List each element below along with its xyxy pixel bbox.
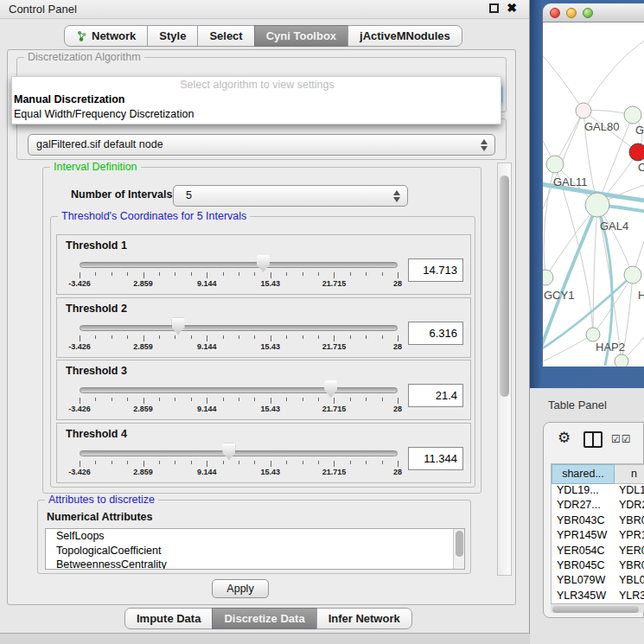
attributes-list-scrollbar[interactable] bbox=[453, 529, 464, 569]
node-label: HAP2 bbox=[596, 341, 625, 354]
number-of-intervals-combobox[interactable]: 5 bbox=[173, 185, 408, 207]
tab-cyni-toolbox[interactable]: Cyni Toolbox bbox=[254, 25, 348, 47]
table-panel: ⚙︎ ☑☑ shared... n YDL19...YDL1YDR27...YD… bbox=[543, 422, 644, 618]
combo-spinner-icon bbox=[393, 189, 401, 203]
network-node[interactable] bbox=[615, 354, 628, 367]
tab-infer-network[interactable]: Infer Network bbox=[316, 608, 412, 629]
close-traffic-light-icon[interactable] bbox=[550, 8, 560, 18]
tab-impute-data[interactable]: Impute Data bbox=[124, 608, 213, 629]
top-tab-bar: Network Style Select Cyni Toolbox jActiv… bbox=[64, 25, 462, 47]
cell-shared-name: YBR045C bbox=[552, 559, 615, 574]
table-horizontal-scrollbar[interactable] bbox=[551, 603, 644, 613]
slider-thumb[interactable] bbox=[222, 443, 235, 461]
threshold-label: Threshold 4 bbox=[66, 428, 127, 440]
slider-ticks bbox=[80, 335, 399, 342]
network-node[interactable] bbox=[624, 266, 641, 284]
table-row[interactable]: YLR345WYLR3 bbox=[552, 590, 644, 603]
tab-select[interactable]: Select bbox=[197, 25, 254, 47]
attributes-to-discretize-group: Attributes to discretize Numerical Attri… bbox=[37, 500, 471, 574]
table-row[interactable]: YER054CYER0 bbox=[552, 545, 644, 559]
network-node[interactable] bbox=[576, 103, 591, 118]
threshold-value-field[interactable]: 6.316 bbox=[408, 322, 463, 345]
network-edge[interactable] bbox=[593, 205, 597, 335]
table-row[interactable]: YBL079WYBL0 bbox=[552, 574, 644, 589]
gear-icon[interactable]: ⚙︎ bbox=[558, 429, 571, 447]
threshold-value-field[interactable]: 14.713 bbox=[408, 258, 463, 282]
attribute-item[interactable]: SelfLoops bbox=[46, 529, 464, 544]
cyni-toolbox-panel: Discretization Algorithm Select algorith… bbox=[7, 49, 516, 605]
control-panel-window: Control Panel ✖ Network Style Select Cyn… bbox=[0, 0, 530, 634]
cell-shared-name: YPR145W bbox=[552, 529, 615, 544]
tab-style[interactable]: Style bbox=[147, 25, 198, 47]
attribute-item[interactable]: BetweennessCentrality bbox=[46, 558, 464, 570]
table-data-combobox[interactable]: galFiltered.sif default node bbox=[28, 134, 495, 156]
cell-shared-name: YDR27... bbox=[552, 499, 615, 513]
network-node[interactable] bbox=[546, 156, 564, 173]
slider-ticks bbox=[80, 272, 399, 279]
settings-vertical-scrollbar[interactable] bbox=[497, 163, 512, 576]
network-node[interactable] bbox=[585, 193, 609, 217]
scrollbar-thumb[interactable] bbox=[456, 531, 463, 557]
tab-jactivemnodules[interactable]: jActiveMNodules bbox=[348, 25, 462, 47]
slider-thumb[interactable] bbox=[257, 255, 270, 272]
split-columns-icon[interactable] bbox=[583, 431, 603, 448]
threshold-value-field[interactable]: 11.344 bbox=[408, 447, 463, 470]
checkboxes-icon[interactable]: ☑☑ bbox=[611, 433, 632, 445]
column-header-shared-name[interactable]: shared... bbox=[552, 464, 615, 484]
close-icon[interactable]: ✖ bbox=[507, 3, 517, 13]
cell-shared-name: YLR345W bbox=[552, 590, 615, 603]
numerical-attributes-label: Numerical Attributes bbox=[47, 511, 152, 523]
slider-thumb[interactable] bbox=[172, 318, 185, 335]
table-row[interactable]: YBR043CYBR0 bbox=[552, 514, 644, 529]
apply-button[interactable]: Apply bbox=[212, 579, 269, 598]
numerical-attributes-list: SelfLoopsTopologicalCoefficientBetweenne… bbox=[45, 528, 465, 570]
network-node[interactable] bbox=[543, 270, 553, 285]
cell-name: YDL1 bbox=[615, 484, 644, 499]
threshold-label: Threshold 2 bbox=[66, 303, 127, 315]
cell-name: YER0 bbox=[615, 545, 644, 559]
slider-tick-labels: -3.4262.8599.14415.4321.71528 bbox=[80, 279, 399, 290]
network-edge[interactable] bbox=[543, 335, 593, 365]
table-row[interactable]: YDL19...YDL1 bbox=[552, 484, 644, 499]
network-edge[interactable] bbox=[543, 48, 583, 111]
network-edge[interactable] bbox=[583, 38, 644, 111]
control-panel-titlebar: Control Panel ✖ bbox=[0, 0, 529, 19]
network-window-titlebar[interactable] bbox=[543, 3, 644, 22]
algorithm-option-equal-width[interactable]: Equal Width/Frequency Discretization bbox=[14, 107, 501, 122]
scrollbar-thumb[interactable] bbox=[552, 606, 639, 613]
algorithm-option-manual[interactable]: Manual Discretization bbox=[14, 92, 501, 107]
attribute-item[interactable]: TopologicalCoefficient bbox=[46, 544, 464, 558]
tab-discretize-data[interactable]: Discretize Data bbox=[212, 608, 316, 629]
threshold-4-box: Threshold 4-3.4262.8599.14415.4321.71528… bbox=[56, 423, 471, 483]
slider-track[interactable] bbox=[80, 450, 398, 456]
float-window-icon[interactable] bbox=[489, 3, 499, 13]
table-row[interactable]: YBR045CYBR0 bbox=[552, 559, 644, 574]
scrollbar-thumb[interactable] bbox=[500, 175, 509, 397]
slider-thumb[interactable] bbox=[324, 380, 337, 398]
window-title: Control Panel bbox=[0, 3, 77, 16]
threshold-label: Threshold 1 bbox=[66, 239, 127, 252]
network-edge[interactable] bbox=[555, 111, 583, 164]
node-label: GCY1 bbox=[544, 289, 574, 302]
threshold-value-field[interactable]: 21.4 bbox=[408, 384, 463, 407]
cell-name: YDR2 bbox=[615, 499, 644, 513]
network-icon bbox=[76, 30, 87, 41]
bottom-tab-bar: Impute Data Discretize Data Infer Networ… bbox=[124, 608, 412, 629]
cell-name: YBR0 bbox=[615, 514, 644, 529]
table-row[interactable]: YDR27...YDR2 bbox=[552, 499, 644, 513]
cell-shared-name: YBR043C bbox=[552, 514, 615, 529]
network-node[interactable] bbox=[586, 328, 600, 341]
column-header-name[interactable]: n bbox=[615, 464, 644, 484]
slider-track[interactable] bbox=[80, 262, 398, 268]
network-node[interactable] bbox=[624, 106, 641, 124]
slider-track[interactable] bbox=[80, 387, 398, 393]
zoom-traffic-light-icon[interactable] bbox=[583, 8, 593, 18]
slider-track[interactable] bbox=[80, 325, 398, 331]
table-data-group: Table Data galFiltered.sif default node bbox=[16, 118, 507, 160]
network-node[interactable] bbox=[629, 143, 644, 161]
network-canvas[interactable]: GAL80GCGAL11GAL4GCY1HHAP2 bbox=[543, 22, 644, 367]
tab-network[interactable]: Network bbox=[64, 25, 148, 47]
minimize-traffic-light-icon[interactable] bbox=[566, 8, 577, 18]
number-of-intervals-label: Number of Intervals bbox=[71, 188, 172, 201]
table-row[interactable]: YPR145WYPR1 bbox=[552, 529, 644, 544]
